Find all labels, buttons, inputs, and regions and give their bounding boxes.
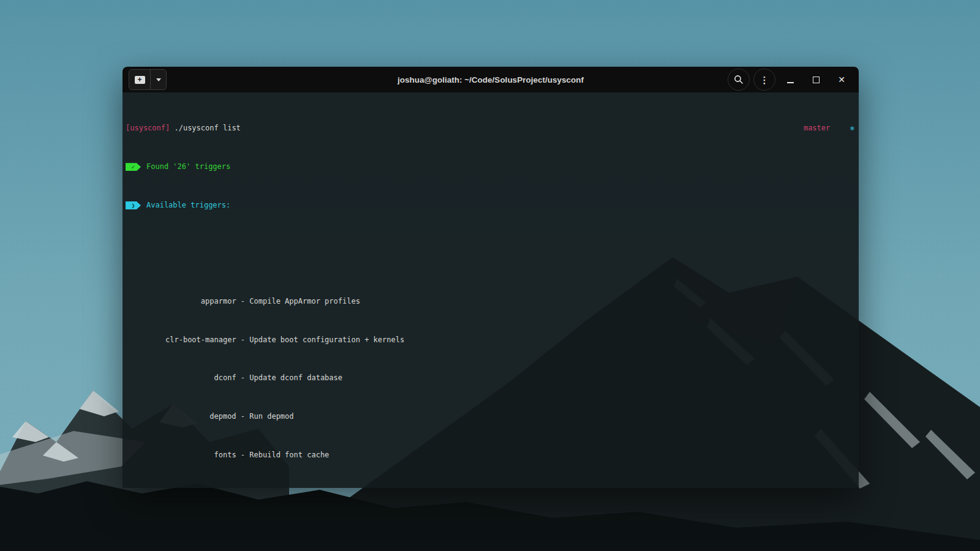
trigger-row: fonts - Rebuild font cache xyxy=(126,451,854,460)
dropdown-chevron-icon xyxy=(156,78,161,81)
menu-dots-icon: ⋮ xyxy=(760,75,769,84)
trigger-separator: - xyxy=(236,297,250,307)
status-line-available: ❯ Available triggers: xyxy=(126,201,854,211)
search-button[interactable] xyxy=(728,69,750,91)
git-branch-label: master xyxy=(804,124,830,133)
trigger-separator: - xyxy=(236,335,250,345)
trigger-description: Update boot configuration + kernels xyxy=(249,335,404,345)
trigger-separator: - xyxy=(236,412,250,422)
prompt-line-top: [usysconf] ./usysconf list master ✱ xyxy=(126,124,854,133)
trigger-separator: - xyxy=(236,373,250,383)
trigger-row: depmod - Run depmod xyxy=(126,412,854,422)
minimize-button[interactable] xyxy=(779,69,801,91)
trigger-description: Rebuild font cache xyxy=(249,451,329,460)
close-button[interactable]: ✕ xyxy=(831,69,853,91)
trigger-name: clr-boot-manager xyxy=(126,335,236,345)
check-badge-icon: ✓ xyxy=(126,163,141,171)
status-line-found: ✓ Found '26' triggers xyxy=(126,162,854,172)
new-tab-button-group: + xyxy=(129,69,167,90)
terminal-window: + joshua@goliath: ~/Code/SolusProject/us… xyxy=(123,67,859,488)
maximize-icon xyxy=(813,77,820,83)
close-icon: ✕ xyxy=(838,75,845,84)
status-text: Available triggers: xyxy=(146,201,230,211)
titlebar-controls: ⋮ ✕ xyxy=(728,69,853,91)
trigger-description: Compile AppArmor profiles xyxy=(249,297,360,307)
menu-button[interactable]: ⋮ xyxy=(753,69,775,91)
command-text: ./usysconf list xyxy=(174,124,240,133)
trigger-name: fonts xyxy=(126,451,236,460)
titlebar[interactable]: + joshua@goliath: ~/Code/SolusProject/us… xyxy=(123,67,859,92)
minimize-icon xyxy=(787,81,794,83)
plus-glyph: + xyxy=(137,76,141,83)
new-terminal-button[interactable]: + xyxy=(129,70,150,89)
status-text: Found '26' triggers xyxy=(146,162,230,172)
new-terminal-icon: + xyxy=(135,76,145,84)
prompt-label: [usysconf] xyxy=(126,124,170,133)
arrow-badge-icon: ❯ xyxy=(126,201,141,209)
blank-line xyxy=(126,239,854,249)
trigger-name: apparmor xyxy=(126,297,236,307)
terminal-content[interactable]: [usysconf] ./usysconf list master ✱ ✓ Fo… xyxy=(123,92,859,488)
trigger-name: dconf xyxy=(126,373,236,383)
trigger-name: depmod xyxy=(126,412,236,422)
trigger-description: Update dconf database xyxy=(249,373,342,383)
trigger-description: Run depmod xyxy=(249,412,293,422)
search-icon xyxy=(734,75,744,84)
trigger-row: clr-boot-manager - Update boot configura… xyxy=(126,335,854,345)
trigger-list: apparmor - Compile AppArmor profiles clr… xyxy=(126,277,854,488)
maximize-button[interactable] xyxy=(805,69,827,91)
trigger-row: apparmor - Compile AppArmor profiles xyxy=(126,297,854,307)
trigger-separator: - xyxy=(236,451,250,460)
git-status-icon: ✱ xyxy=(850,124,854,133)
trigger-row: dconf - Update dconf database xyxy=(126,373,854,383)
new-terminal-dropdown-button[interactable] xyxy=(150,70,166,89)
